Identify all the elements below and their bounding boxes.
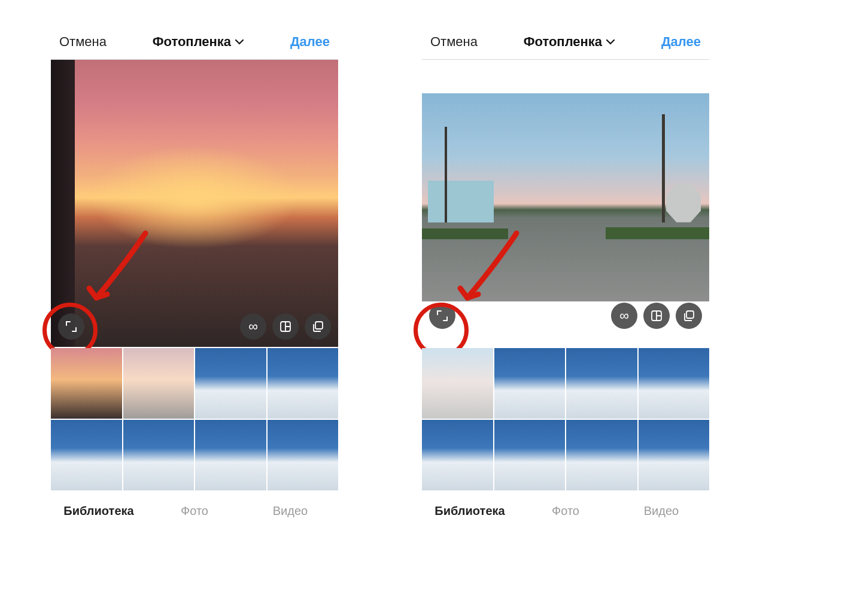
boomerang-icon: ∞	[248, 319, 258, 334]
photo-thumbnail[interactable]	[123, 420, 195, 490]
photo-preview[interactable]: ∞	[422, 60, 709, 347]
screenshot-left: Отмена Фотопленка Далее ∞	[51, 24, 338, 527]
photo-thumbnail[interactable]	[268, 420, 339, 490]
nav-bar: Отмена Фотопленка Далее	[51, 24, 338, 60]
photo-thumbnail[interactable]	[123, 348, 195, 419]
layout-collage-icon	[279, 320, 292, 333]
screenshot-right: Отмена Фотопленка Далее ∞	[422, 24, 709, 527]
nav-bar: Отмена Фотопленка Далее	[422, 24, 709, 60]
photo-thumbnail[interactable]	[195, 420, 266, 490]
photo-thumbnail[interactable]	[494, 348, 566, 419]
layout-collage-icon	[650, 309, 663, 322]
album-picker[interactable]: Фотопленка	[524, 34, 615, 50]
svg-rect-3	[686, 311, 694, 318]
multi-select-button[interactable]	[676, 303, 702, 329]
photo-thumbnail[interactable]	[566, 348, 637, 419]
tab-photo[interactable]: Фото	[147, 504, 242, 518]
multi-select-icon	[682, 309, 695, 322]
photo-thumbnail[interactable]	[51, 348, 122, 419]
preview-image	[422, 93, 709, 301]
expand-crop-button[interactable]	[429, 303, 455, 329]
boomerang-button[interactable]: ∞	[611, 303, 637, 329]
tab-photo[interactable]: Фото	[518, 504, 613, 518]
chevron-down-icon	[606, 37, 615, 47]
photo-thumbnail[interactable]	[639, 420, 710, 490]
tab-library[interactable]: Библиотека	[422, 504, 518, 518]
next-button[interactable]: Далее	[290, 34, 330, 50]
layout-button[interactable]	[272, 313, 299, 340]
album-picker[interactable]: Фотопленка	[153, 34, 244, 50]
multi-select-icon	[311, 320, 324, 333]
multi-select-button[interactable]	[305, 313, 331, 340]
photo-thumbnail[interactable]	[639, 348, 710, 419]
boomerang-icon: ∞	[619, 308, 629, 324]
svg-rect-1	[315, 322, 323, 329]
photo-preview[interactable]: ∞	[51, 60, 338, 347]
photo-thumbnail[interactable]	[422, 348, 493, 419]
tab-video[interactable]: Видео	[242, 504, 338, 518]
photo-thumbnail[interactable]	[494, 420, 566, 490]
photo-grid[interactable]	[422, 347, 709, 490]
photo-thumbnail[interactable]	[268, 348, 339, 419]
expand-crop-icon	[436, 309, 449, 322]
photo-thumbnail[interactable]	[195, 348, 266, 419]
album-title: Фотопленка	[524, 34, 602, 50]
layout-button[interactable]	[643, 303, 670, 329]
next-button[interactable]: Далее	[661, 34, 701, 50]
preview-image	[51, 60, 338, 347]
boomerang-button[interactable]: ∞	[240, 313, 266, 340]
cancel-button[interactable]: Отмена	[430, 34, 478, 50]
photo-thumbnail[interactable]	[51, 420, 122, 490]
photo-thumbnail[interactable]	[566, 420, 637, 490]
photo-grid[interactable]	[51, 347, 338, 490]
album-title: Фотопленка	[153, 34, 231, 50]
photo-thumbnail[interactable]	[422, 420, 493, 490]
chevron-down-icon	[235, 37, 244, 47]
bottom-tabs: Библиотека Фото Видео	[422, 494, 709, 527]
tab-video[interactable]: Видео	[613, 504, 709, 518]
expand-crop-icon	[65, 320, 78, 333]
tab-library[interactable]: Библиотека	[51, 504, 147, 518]
expand-crop-button[interactable]	[58, 313, 84, 340]
bottom-tabs: Библиотека Фото Видео	[51, 494, 338, 527]
cancel-button[interactable]: Отмена	[59, 34, 107, 50]
